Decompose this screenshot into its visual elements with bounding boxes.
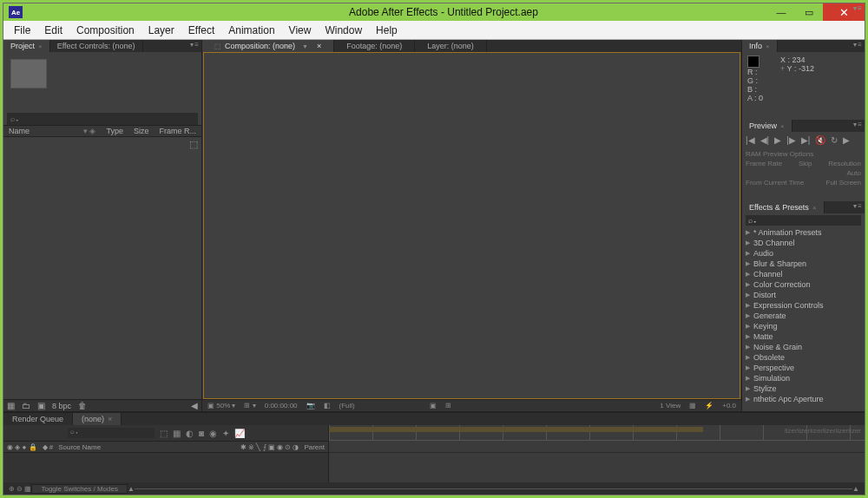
menu-edit[interactable]: Edit	[37, 23, 69, 38]
tab-comp-none[interactable]: (none)×	[73, 413, 122, 425]
menu-file[interactable]: File	[7, 23, 37, 38]
expand-icon[interactable]: ⊕ ⊖ ▦	[9, 485, 31, 493]
ram-options-dropdown[interactable]: RAM Preview Options	[746, 150, 861, 158]
tab-preview[interactable]: Preview×	[742, 120, 792, 132]
effects-category[interactable]: ▶3D Channel	[742, 238, 865, 248]
timeline-search[interactable]: ⌕▾	[68, 428, 155, 438]
draft3d-icon[interactable]: ▦	[173, 429, 181, 438]
col-type[interactable]: Type	[101, 127, 128, 135]
tab-composition[interactable]: ⬚Composition: (none)▼×	[202, 40, 334, 52]
effects-category[interactable]: ▶Noise & Grain	[742, 342, 865, 352]
effects-category[interactable]: ▶Simulation	[742, 373, 865, 383]
loop-icon[interactable]: ↻	[831, 135, 838, 145]
source-name-col[interactable]: Source Name	[58, 443, 101, 451]
tab-layer[interactable]: Layer: (none)	[415, 40, 487, 52]
maximize-button[interactable]: ▭	[795, 3, 823, 21]
col-framerate[interactable]: Frame R...	[154, 127, 201, 135]
menu-animation[interactable]: Animation	[221, 23, 281, 38]
menu-composition[interactable]: Composition	[69, 23, 141, 38]
close-icon[interactable]: ×	[317, 42, 321, 50]
col-name[interactable]: Name	[3, 127, 78, 135]
menu-window[interactable]: Window	[318, 23, 369, 38]
panel-menu-icon[interactable]: ▾≡	[853, 121, 863, 128]
switches-cols[interactable]: ✱ ※ ╲ ⨍ ▣ ◉ ⊙ ◑	[240, 443, 299, 451]
tab-effects-presets[interactable]: Effects & Presets×	[742, 201, 825, 213]
zoom-out-icon[interactable]: ▲	[128, 485, 135, 493]
mute-icon[interactable]: 🔇	[815, 135, 825, 145]
menu-help[interactable]: Help	[369, 23, 404, 38]
flowchart-icon[interactable]: ⬚	[189, 139, 198, 150]
resolution-icon[interactable]: ⊞ ▾	[244, 402, 255, 410]
hide-shy-icon[interactable]: ◐	[186, 429, 194, 438]
col-size[interactable]: Size	[128, 127, 155, 135]
comp-mini-flowchart-icon[interactable]: ⬚	[160, 429, 168, 438]
effects-search[interactable]: ⌕▾	[746, 215, 861, 226]
new-folder-icon[interactable]: 🗀	[22, 401, 30, 410]
brainstorm-icon[interactable]: ✦	[222, 429, 229, 438]
prev-frame-icon[interactable]: ◀|	[760, 135, 770, 145]
effects-category[interactable]: ▶Expression Controls	[742, 300, 865, 311]
parent-col[interactable]: Parent	[304, 443, 325, 451]
minimize-button[interactable]: —	[767, 3, 795, 21]
first-frame-icon[interactable]: |◀	[746, 135, 755, 145]
toggle-switches-button[interactable]: Toggle Switches / Modes	[31, 484, 128, 494]
effects-category[interactable]: ▶Color Correction	[742, 279, 865, 290]
snapshot-icon[interactable]: 📷	[306, 402, 315, 410]
last-frame-icon[interactable]: ▶|	[801, 135, 811, 145]
project-search[interactable]: ⌕▾	[7, 113, 198, 125]
grid-icon[interactable]: ⊞	[445, 402, 451, 410]
menu-view[interactable]: View	[282, 23, 319, 38]
scroll-left-icon[interactable]: ◀	[191, 401, 198, 410]
bpc-toggle[interactable]: 8 bpc	[52, 402, 71, 410]
menu-effect[interactable]: Effect	[181, 23, 221, 38]
av-features-icon[interactable]: ◉ ◈ ● 🔒	[7, 443, 37, 451]
effects-category[interactable]: ▶Blur & Sharpen	[742, 259, 865, 269]
tab-info[interactable]: Info×	[742, 40, 778, 52]
next-frame-icon[interactable]: |▶	[786, 135, 796, 145]
play-icon[interactable]: ▶	[774, 135, 781, 145]
from-current-checkbox[interactable]: From Current Time	[746, 179, 804, 187]
lock-icon[interactable]: ⬚	[214, 43, 221, 50]
roi-icon[interactable]: ▣	[430, 402, 437, 410]
channel-icon[interactable]: ◧	[324, 402, 331, 410]
effects-category[interactable]: ▶nthetic Apc Aperture	[742, 394, 865, 404]
timeline-track-area[interactable]: lizerlizerlizerlizerlizerlizer	[329, 425, 865, 482]
pixel-aspect-icon[interactable]: ▦	[689, 402, 696, 410]
tab-footage[interactable]: Footage: (none)	[334, 40, 415, 52]
ram-preview-icon[interactable]: ▶	[843, 135, 850, 145]
effects-category[interactable]: ▶Keying	[742, 321, 865, 331]
effects-category[interactable]: ▶Audio	[742, 248, 865, 259]
menu-layer[interactable]: Layer	[141, 23, 181, 38]
composition-viewer[interactable]	[203, 52, 740, 399]
panel-menu-icon[interactable]: ▾≡	[853, 4, 863, 12]
effects-category[interactable]: ▶Distort	[742, 290, 865, 300]
view-layout[interactable]: 1 View	[660, 402, 681, 410]
exposure[interactable]: +0.0	[722, 402, 736, 410]
work-area-bar[interactable]	[329, 427, 703, 432]
effects-category[interactable]: ▶Stylize	[742, 383, 865, 394]
timecode[interactable]: 0:00:00:00	[265, 402, 298, 410]
tab-effect-controls[interactable]: Effect Controls: (none)	[50, 40, 143, 52]
motion-blur-icon[interactable]: ◉	[209, 429, 217, 438]
panel-menu-icon[interactable]: ▾≡	[190, 41, 200, 49]
trash-icon[interactable]: 🗑	[78, 401, 87, 410]
panel-menu-icon[interactable]: ▾≡	[853, 41, 863, 49]
zoom-dropdown[interactable]: ▣ 50% ▾	[207, 402, 235, 410]
tab-project[interactable]: Project×	[3, 40, 50, 52]
close-icon[interactable]: ×	[38, 43, 43, 50]
new-comp-icon[interactable]: ▣	[37, 401, 45, 410]
effects-category[interactable]: ▶Generate	[742, 311, 865, 321]
timeline-layers-area[interactable]	[3, 453, 328, 482]
fullscreen-checkbox[interactable]: Full Screen	[826, 179, 861, 187]
res-dropdown[interactable]: (Full)	[339, 402, 355, 410]
zoom-in-icon[interactable]: ▲	[852, 485, 859, 493]
effects-category[interactable]: ▶Obsolete	[742, 352, 865, 363]
fast-preview-icon[interactable]: ⚡	[705, 402, 713, 410]
effects-category[interactable]: ▶Perspective	[742, 363, 865, 373]
effects-category[interactable]: ▶Channel	[742, 269, 865, 279]
tab-render-queue[interactable]: Render Queue	[3, 413, 73, 425]
effects-category[interactable]: ▶* Animation Presets	[742, 227, 865, 238]
label-col[interactable]: ◆ #	[43, 443, 54, 451]
project-items-area[interactable]: ⬚	[3, 137, 201, 399]
graph-editor-icon[interactable]: 📈	[234, 429, 245, 438]
